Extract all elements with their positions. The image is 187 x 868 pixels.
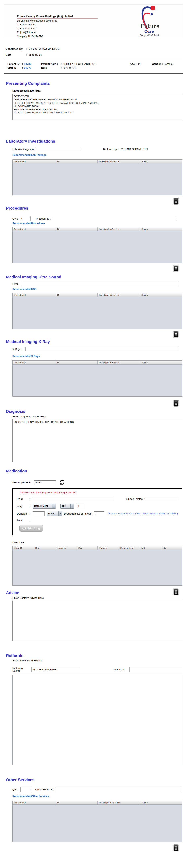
colon: : [143, 497, 146, 500]
delete-xray-item-button[interactable] [173, 400, 179, 406]
logo-care-text: Care [144, 29, 154, 34]
reffering-doctor-input[interactable] [31, 667, 81, 672]
delete-lab-item-button[interactable] [173, 198, 179, 205]
consult-date-label: Date [6, 53, 26, 56]
frequency-value: OD [61, 505, 70, 507]
trash-icon [175, 590, 177, 593]
company-email: E: jude@future.sc [17, 31, 98, 34]
lab-investigation-input[interactable] [37, 147, 82, 151]
complaints-label: Enter Complaints Here [12, 89, 183, 92]
drug-suggestion-note: Please select the Drug from Drug suggess… [20, 491, 178, 494]
procedures-table-body[interactable] [13, 231, 182, 263]
special-notes-input[interactable] [146, 497, 178, 501]
delete-uss-item-button[interactable] [173, 331, 179, 338]
drug-list-table-body[interactable] [13, 550, 182, 585]
per-meal-input[interactable] [94, 512, 104, 516]
xray-input[interactable] [25, 347, 178, 351]
section-title-advice: Advice [6, 590, 19, 595]
patient-id-label: Patient ID [7, 62, 21, 65]
xray-table-body[interactable] [13, 365, 182, 396]
column-header-id: ID [55, 361, 98, 364]
duration-unit-select[interactable]: Day/s ▼ [47, 511, 62, 516]
drug-list-table[interactable]: Drug ID Drug Fequency Way Duration Durat… [12, 546, 182, 586]
delete-procedure-item-button[interactable] [173, 265, 179, 272]
reffered-by-value: VICTOR OJIMA ETUBI [121, 148, 148, 151]
patient-id-value: 10735 [24, 62, 31, 65]
colon: : [21, 66, 24, 69]
total-label: Total [17, 519, 29, 522]
advice-label: Enter Doctor's Advice Here [12, 596, 183, 599]
column-header-status: Status [140, 227, 182, 231]
frequency-select[interactable]: OD ▼ [60, 504, 74, 508]
section-title-refferals: Refferals [6, 653, 183, 658]
colon: : [26, 53, 29, 56]
other-services-table-body[interactable] [13, 805, 182, 842]
per-meal-label: Drugs/Tablets per meal : [64, 512, 92, 515]
colon: : [29, 512, 33, 515]
other-services-table[interactable]: Department ID Investigation / Service St… [12, 801, 182, 842]
consulted-by-value: Dr. VICTOR OJIMA ETUBI [29, 47, 60, 50]
column-header-investigation-service: Investigation/Service [98, 227, 140, 231]
consult-date-value: 2025-06-21 [29, 53, 42, 56]
patient-name-value: SHIRLEY CECILE ARRISOL [63, 62, 96, 65]
refferal-listbox[interactable] [12, 675, 182, 765]
drug-label: Drug [17, 497, 29, 500]
uss-label: USS : [12, 283, 19, 286]
section-title-diagnosis: Diagnosis [6, 409, 183, 414]
add-icon: + [22, 527, 26, 530]
prescription-id-label: Prescription ID : [12, 481, 33, 484]
column-header-status: Status [140, 361, 182, 364]
meal-timing-select[interactable]: Before Meal ▼ [33, 504, 56, 508]
age-label: Age [130, 62, 135, 65]
procedures-table[interactable]: Department ID Investigation/Service Stat… [12, 227, 182, 263]
procedures-qty-input[interactable] [20, 216, 31, 221]
column-header-way: Way [76, 546, 98, 550]
refresh-prescription-button[interactable] [59, 479, 65, 486]
recommended-uss-label: Recommended USS [12, 288, 183, 290]
other-services-qty-input[interactable] [20, 787, 32, 792]
uss-table-body[interactable] [13, 297, 182, 329]
delete-drug-item-button[interactable] [173, 588, 179, 595]
diagnosis-textarea[interactable]: SUSPECTED PIN WORM INFESTATION (ON TREAT… [12, 419, 182, 462]
procedures-input[interactable] [53, 216, 177, 221]
colon: : [29, 505, 33, 508]
consultant-input[interactable] [129, 667, 183, 672]
uss-table[interactable]: Department ID Investigation/Service Stat… [12, 293, 182, 329]
column-header-department: Department [13, 227, 55, 231]
reffering-doctor-label: Reffering Doctor [12, 667, 29, 673]
uss-input[interactable] [22, 282, 178, 286]
column-header-id: ID [55, 293, 98, 297]
refferal-subtitle: Select the needed Refferal [12, 659, 183, 662]
procedures-label: Procedures : [36, 217, 51, 220]
column-header-status: Status [140, 801, 182, 804]
column-header-status: Status [140, 159, 182, 163]
lab-table-body[interactable] [13, 163, 182, 195]
trash-icon [175, 401, 177, 405]
add-drug-label: Add Drug [27, 527, 40, 530]
duration-label: Duration [17, 512, 29, 515]
company-address: Le Chainter,Victoria,Mahe,Seychelles [17, 19, 98, 23]
frequency-qty-input[interactable] [77, 504, 85, 508]
drug-input[interactable] [33, 497, 113, 501]
colon: : [26, 47, 29, 50]
column-header-qty: Qty [161, 546, 182, 550]
section-title-presenting-complaints: Presenting Complaints [6, 81, 183, 86]
section-title-laboratory-investigations: Laboratory Investigations [6, 139, 183, 144]
other-services-input[interactable] [56, 787, 180, 792]
logo-future-text: Future [132, 23, 164, 29]
column-header-duration-type: Duration Type [119, 546, 140, 550]
prescription-id-input[interactable] [34, 480, 56, 485]
drug-list-label: Drug List [12, 541, 183, 544]
trash-icon [175, 199, 177, 203]
column-header-investigation-service: Investigation/Service [98, 361, 140, 364]
duration-input[interactable] [33, 512, 45, 516]
refresh-icon [59, 479, 65, 485]
delete-other-service-item-button[interactable] [173, 845, 179, 851]
section-title-ultrasound: Medical Imaging Ultra Sound [6, 275, 183, 279]
lab-results-table[interactable]: Department ID Investigation/Service Stat… [12, 159, 182, 195]
advice-textarea[interactable] [12, 600, 182, 641]
add-drug-button[interactable]: + Add Drug [19, 525, 43, 532]
column-header-department: Department [13, 159, 55, 163]
complaints-textarea[interactable]: PATIENT SEEN. BEING REVIEWED FOR SUSPECT… [12, 94, 182, 120]
xray-table[interactable]: Department ID Investigation/Service Stat… [12, 361, 182, 397]
